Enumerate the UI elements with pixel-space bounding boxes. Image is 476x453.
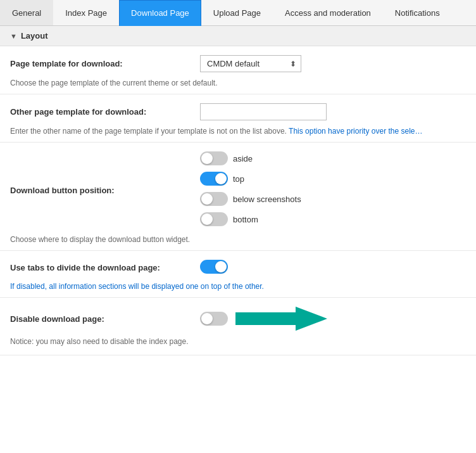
other-template-section: Other page template for download: Enter … xyxy=(0,94,476,143)
tab-access-moderation[interactable]: Access and moderation xyxy=(273,0,383,25)
page-template-control: CMDM default ⬍ xyxy=(200,55,466,72)
use-tabs-help-text: If disabled, all information sections wi… xyxy=(10,282,264,291)
position-top-track[interactable] xyxy=(200,172,228,186)
use-tabs-row: Use tabs to divide the download page: xyxy=(10,251,466,282)
tab-notifications[interactable]: Notifications xyxy=(383,0,452,25)
position-below-label: below screenshots xyxy=(233,195,301,204)
tab-bar: General Index Page Download Page Upload … xyxy=(0,0,476,26)
use-tabs-label: Use tabs to divide the download page: xyxy=(10,263,200,272)
position-bottom-toggle[interactable] xyxy=(200,212,228,226)
button-position-control: aside top xyxy=(200,151,466,229)
position-aside-track[interactable] xyxy=(200,151,228,165)
disable-download-toggle[interactable] xyxy=(200,312,228,326)
disable-download-section: Disable download page: Notice: you may a… xyxy=(0,298,476,355)
tab-upload-page[interactable]: Upload Page xyxy=(201,0,273,25)
position-top-label: top xyxy=(233,174,244,184)
position-aside-row: aside xyxy=(200,151,466,165)
content-area: ▼ Layout Page template for download: CMD… xyxy=(0,26,476,355)
disable-download-thumb xyxy=(201,313,213,324)
other-template-help: Enter the other name of the page templat… xyxy=(10,127,466,142)
position-below-thumb xyxy=(201,193,213,205)
layout-section-header: ▼ Layout xyxy=(0,26,476,46)
position-bottom-row: bottom xyxy=(200,212,466,226)
button-position-section: Download button position: aside xyxy=(0,143,476,251)
position-top-thumb xyxy=(215,173,227,184)
svg-marker-0 xyxy=(235,307,327,331)
position-top-row: top xyxy=(200,172,466,186)
button-position-row: Download button position: aside xyxy=(10,143,466,235)
section-title: Layout xyxy=(21,31,48,41)
page-template-section: Page template for download: CMDM default… xyxy=(0,46,476,94)
disable-download-track[interactable] xyxy=(200,312,228,326)
use-tabs-thumb xyxy=(215,261,227,272)
position-aside-label: aside xyxy=(233,154,253,163)
button-position-label: Download button position: xyxy=(10,186,200,195)
use-tabs-toggle[interactable] xyxy=(200,260,228,274)
use-tabs-control xyxy=(200,260,466,276)
position-aside-thumb xyxy=(201,153,213,164)
button-positions-list: aside top xyxy=(200,151,466,229)
page-template-label: Page template for download: xyxy=(10,59,200,68)
position-below-row: below screenshots xyxy=(200,192,466,206)
position-below-track[interactable] xyxy=(200,192,228,206)
other-template-input[interactable] xyxy=(200,103,327,120)
section-collapse-arrow[interactable]: ▼ xyxy=(10,32,17,40)
disable-download-label: Disable download page: xyxy=(10,314,200,324)
disable-toggle-area xyxy=(200,307,327,331)
use-tabs-section: Use tabs to divide the download page: If… xyxy=(0,251,476,298)
use-tabs-track[interactable] xyxy=(200,260,228,274)
page-template-help: Choose the page template of the current … xyxy=(10,79,466,94)
other-template-help-gray: Enter the other name of the page templat… xyxy=(10,127,287,136)
tab-index-page[interactable]: Index Page xyxy=(53,0,119,25)
position-top-toggle[interactable] xyxy=(200,172,228,186)
position-below-toggle[interactable] xyxy=(200,192,228,206)
page-template-row: Page template for download: CMDM default… xyxy=(10,46,466,79)
arrow-indicator-icon xyxy=(235,307,327,331)
other-template-control xyxy=(200,103,466,120)
tab-download-page[interactable]: Download Page xyxy=(119,0,201,26)
position-bottom-thumb xyxy=(201,214,213,225)
other-template-row: Other page template for download: xyxy=(10,94,466,127)
page-template-select[interactable]: CMDM default xyxy=(200,55,301,72)
other-template-label: Other page template for download: xyxy=(10,107,200,117)
position-aside-toggle[interactable] xyxy=(200,151,228,165)
position-bottom-label: bottom xyxy=(233,215,258,224)
position-bottom-track[interactable] xyxy=(200,212,228,226)
use-tabs-help: If disabled, all information sections wi… xyxy=(10,282,466,297)
disable-download-notice: Notice: you may also need to disable the… xyxy=(10,337,466,355)
disable-download-row: Disable download page: xyxy=(10,298,466,337)
other-template-help-blue: This option have priority over the sele… xyxy=(289,127,422,136)
button-position-help: Choose where to display the download but… xyxy=(10,235,466,250)
tab-general[interactable]: General xyxy=(0,0,53,25)
page-template-select-wrapper: CMDM default ⬍ xyxy=(200,55,301,72)
